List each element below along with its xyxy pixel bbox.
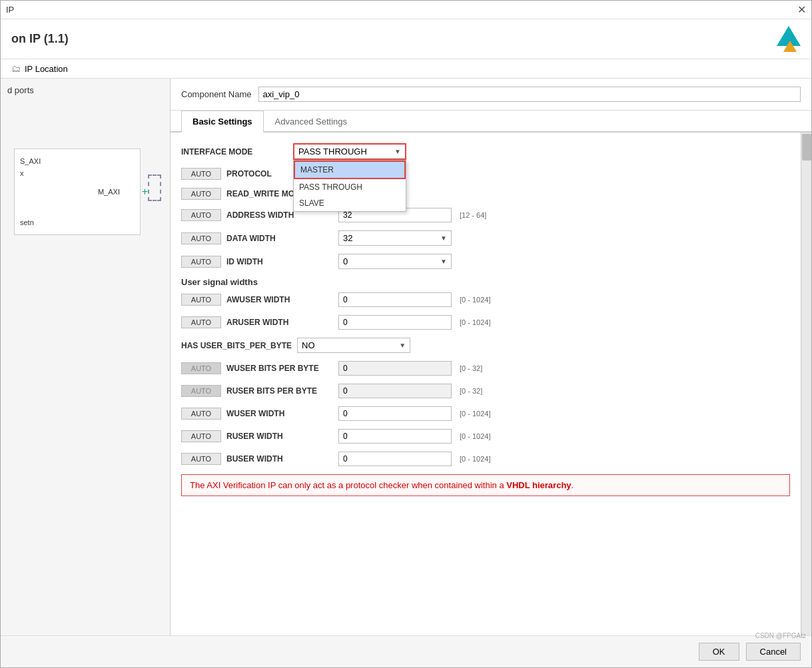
wuser-bits-auto-button[interactable]: AUTO: [181, 362, 221, 374]
user-signal-widths-title: User signal widths: [181, 277, 790, 287]
wuser-width-row: AUTO WUSER WIDTH [0 - 1024]: [181, 406, 790, 421]
buser-width-range: [0 - 1024]: [460, 455, 490, 463]
ruser-width-input[interactable]: [338, 429, 452, 444]
data-width-select[interactable]: 32 ▼: [338, 230, 452, 246]
awuser-auto-button[interactable]: AUTO: [181, 294, 221, 306]
wuser-width-label: WUSER WIDTH: [226, 409, 333, 418]
xilinx-logo: [777, 26, 801, 52]
has-user-bits-select[interactable]: NO ▼: [297, 338, 410, 353]
ruser-width-range: [0 - 1024]: [460, 432, 490, 440]
data-width-chevron: ▼: [440, 234, 447, 242]
port-connector: [148, 174, 161, 201]
folder-icon: 🗂: [11, 63, 21, 74]
ruser-width-label: RUSER WIDTH: [226, 432, 333, 441]
buser-width-label: BUSER WIDTH: [226, 454, 333, 464]
wuser-width-range: [0 - 1024]: [460, 410, 490, 418]
interface-mode-chevron: ▼: [394, 148, 401, 155]
buser-width-input[interactable]: [338, 452, 452, 466]
aruser-width-input[interactable]: [338, 315, 452, 330]
id-width-label: ID WIDTH: [226, 257, 333, 266]
read-write-mode-row: AUTO READ_WRITE MODE: [181, 188, 790, 200]
close-button[interactable]: ✕: [797, 5, 806, 15]
aruser-width-label: ARUSER WIDTH: [226, 318, 333, 327]
ip-location-label: IP Location: [25, 64, 68, 74]
block-diagram: S_AXI x M_AXI setn +: [14, 149, 141, 235]
wuser-bits-range: [0 - 32]: [460, 364, 482, 372]
wuser-width-auto-button[interactable]: AUTO: [181, 408, 221, 420]
protocol-auto-button[interactable]: AUTO: [181, 168, 221, 180]
address-width-auto-button[interactable]: AUTO: [181, 209, 221, 221]
tab-advanced-settings[interactable]: Advanced Settings: [264, 111, 358, 133]
interface-mode-dropdown-wrapper: PASS THROUGH ▼ MASTER PASS THROUGH SLAVE: [293, 143, 406, 160]
protocol-row: AUTO PROTOCOL: [181, 168, 790, 180]
interface-mode-value: PASS THROUGH: [298, 147, 367, 157]
interface-mode-row: INTERFACE MODE PASS THROUGH ▼ MASTER PAS…: [181, 143, 790, 160]
block-mid-label: x: [20, 169, 24, 177]
warning-text: The AXI Verification IP can only act as …: [190, 480, 574, 490]
buser-width-auto-button[interactable]: AUTO: [181, 453, 221, 465]
ruser-width-row: AUTO RUSER WIDTH [0 - 1024]: [181, 429, 790, 444]
component-name-input[interactable]: [258, 87, 801, 102]
add-port-button[interactable]: +: [142, 186, 148, 198]
block-right-label: M_AXI: [98, 188, 120, 196]
interface-mode-label: INTERFACE MODE: [181, 147, 288, 157]
warning-box: The AXI Verification IP can only act as …: [181, 474, 790, 496]
data-width-row: AUTO DATA WIDTH 32 ▼: [181, 230, 790, 246]
block-bottom-label: setn: [20, 218, 34, 226]
id-width-value: 0: [343, 256, 348, 266]
watermark: CSDN @FPGAtz: [755, 632, 806, 639]
ruser-bits-input[interactable]: [338, 384, 452, 398]
read-write-auto-button[interactable]: AUTO: [181, 188, 221, 200]
aruser-auto-button[interactable]: AUTO: [181, 316, 221, 328]
awuser-width-input[interactable]: [338, 292, 452, 307]
settings-tabs: Basic Settings Advanced Settings: [171, 111, 811, 133]
wuser-width-input[interactable]: [338, 406, 452, 421]
ports-label: d ports: [7, 85, 163, 95]
id-width-chevron: ▼: [440, 258, 447, 265]
awuser-width-range: [0 - 1024]: [460, 296, 490, 304]
has-user-bits-label: HAS USER_BITS_PER_BYTE: [181, 341, 292, 350]
data-width-auto-button[interactable]: AUTO: [181, 232, 221, 244]
has-user-bits-value: NO: [302, 340, 315, 350]
ruser-bits-range: [0 - 32]: [460, 387, 482, 395]
ruser-width-auto-button[interactable]: AUTO: [181, 430, 221, 442]
data-width-label: DATA WIDTH: [226, 234, 333, 243]
buser-width-row: AUTO BUSER WIDTH [0 - 1024]: [181, 452, 790, 466]
option-slave[interactable]: SLAVE: [294, 195, 406, 211]
has-user-bits-row: HAS USER_BITS_PER_BYTE NO ▼: [181, 338, 790, 353]
id-width-select[interactable]: 0 ▼: [338, 254, 452, 269]
awuser-width-label: AWUSER WIDTH: [226, 295, 333, 304]
ruser-bits-row: AUTO RUSER BITS PER BYTE [0 - 32]: [181, 384, 790, 398]
data-width-value: 32: [343, 233, 352, 243]
address-width-row: AUTO ADDRESS WIDTH [12 - 64]: [181, 208, 790, 222]
cancel-button[interactable]: Cancel: [746, 643, 801, 661]
ok-button[interactable]: OK: [699, 643, 739, 661]
awuser-width-row: AUTO AWUSER WIDTH [0 - 1024]: [181, 292, 790, 307]
window-title: IP: [6, 5, 14, 15]
option-pass-through[interactable]: PASS THROUGH: [294, 179, 406, 195]
address-width-range: [12 - 64]: [460, 211, 486, 219]
block-top-label: S_AXI: [20, 157, 41, 165]
ruser-bits-label: RUSER BITS PER BYTE: [226, 386, 333, 396]
tab-basic-settings[interactable]: Basic Settings: [181, 111, 264, 133]
option-master[interactable]: MASTER: [294, 161, 406, 179]
scrollbar[interactable]: [801, 133, 811, 635]
ruser-bits-auto-button[interactable]: AUTO: [181, 385, 221, 397]
wuser-bits-row: AUTO WUSER BITS PER BYTE [0 - 32]: [181, 361, 790, 376]
dialog-title: on IP (1.1): [11, 32, 69, 46]
interface-mode-select[interactable]: PASS THROUGH ▼: [293, 143, 406, 160]
aruser-width-row: AUTO ARUSER WIDTH [0 - 1024]: [181, 315, 790, 330]
aruser-width-range: [0 - 1024]: [460, 318, 490, 326]
address-width-label: ADDRESS WIDTH: [226, 210, 333, 220]
wuser-bits-label: WUSER BITS PER BYTE: [226, 364, 333, 373]
has-user-bits-chevron: ▼: [399, 342, 406, 349]
id-width-row: AUTO ID WIDTH 0 ▼: [181, 254, 790, 269]
wuser-bits-input[interactable]: [338, 361, 452, 376]
component-name-label: Component Name: [181, 89, 252, 99]
interface-mode-menu: MASTER PASS THROUGH SLAVE: [293, 160, 406, 212]
id-width-auto-button[interactable]: AUTO: [181, 256, 221, 268]
